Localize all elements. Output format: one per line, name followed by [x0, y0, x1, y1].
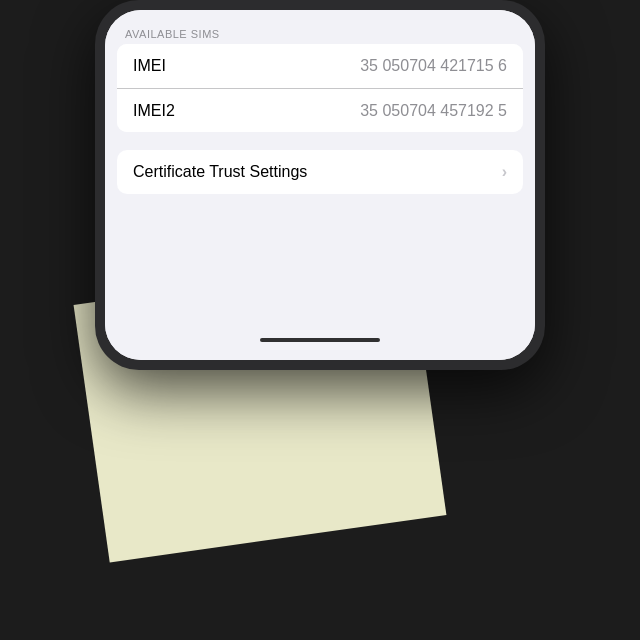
screen-content: AVAILABLE SIMS IMEI 35 050704 421715 6 I… [105, 10, 535, 360]
imei2-value: 35 050704 457192 5 [360, 102, 507, 120]
certificate-trust-label: Certificate Trust Settings [133, 163, 307, 181]
chevron-right-icon: › [502, 163, 507, 181]
home-indicator [260, 338, 380, 342]
available-sims-header: AVAILABLE SIMS [105, 20, 535, 44]
phone-screen: AVAILABLE SIMS IMEI 35 050704 421715 6 I… [105, 10, 535, 360]
imei-value: 35 050704 421715 6 [360, 57, 507, 75]
imei-label: IMEI [133, 57, 166, 75]
phone-device: AVAILABLE SIMS IMEI 35 050704 421715 6 I… [95, 0, 545, 370]
imei2-label: IMEI2 [133, 102, 175, 120]
certificate-trust-item[interactable]: Certificate Trust Settings › [117, 150, 523, 194]
imei-list: IMEI 35 050704 421715 6 IMEI2 35 050704 … [117, 44, 523, 132]
scene: AVAILABLE SIMS IMEI 35 050704 421715 6 I… [0, 0, 640, 640]
certificate-trust-container: Certificate Trust Settings › [117, 150, 523, 194]
imei2-item: IMEI2 35 050704 457192 5 [117, 88, 523, 132]
imei-item-1: IMEI 35 050704 421715 6 [117, 44, 523, 88]
